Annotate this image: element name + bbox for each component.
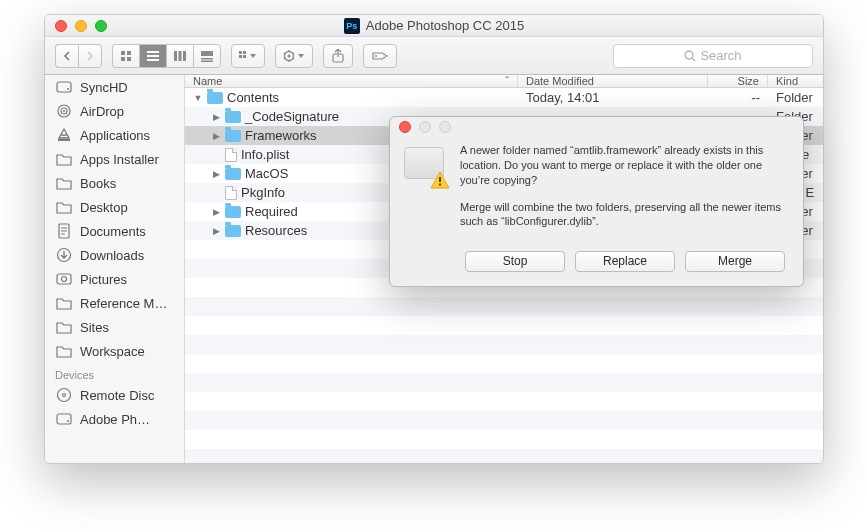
replace-button[interactable]: Replace bbox=[575, 251, 675, 272]
empty-row bbox=[185, 354, 823, 373]
column-view-button[interactable] bbox=[166, 44, 193, 68]
svg-point-35 bbox=[67, 420, 69, 422]
dialog-message: A newer folder named “amtlib.framework” … bbox=[460, 143, 785, 241]
disclosure-triangle-icon[interactable]: ▶ bbox=[211, 207, 221, 217]
sidebar-item[interactable]: Reference M… bbox=[45, 291, 184, 315]
disc-icon bbox=[55, 387, 73, 403]
sidebar-item[interactable]: Workspace bbox=[45, 339, 184, 363]
svg-point-21 bbox=[685, 51, 693, 59]
file-kind: Folder bbox=[768, 90, 823, 105]
size-column-header[interactable]: Size bbox=[708, 75, 768, 87]
file-name: Resources bbox=[245, 223, 307, 238]
disclosure-triangle-icon[interactable]: ▶ bbox=[211, 112, 221, 122]
svg-rect-12 bbox=[201, 60, 213, 62]
arrange-button[interactable] bbox=[231, 44, 265, 68]
file-date: Today, 14:01 bbox=[518, 90, 708, 105]
merge-replace-dialog: A newer folder named “amtlib.framework” … bbox=[389, 116, 804, 287]
sidebar-item[interactable]: Books bbox=[45, 171, 184, 195]
file-name: Frameworks bbox=[245, 128, 317, 143]
svg-rect-10 bbox=[201, 51, 213, 56]
action-button[interactable] bbox=[275, 44, 313, 68]
folder-icon bbox=[225, 130, 241, 142]
svg-point-31 bbox=[62, 277, 67, 282]
kind-column-header[interactable]: Kind bbox=[768, 75, 823, 87]
sidebar-section-header: Devices bbox=[45, 363, 184, 383]
empty-row bbox=[185, 411, 823, 430]
file-row[interactable]: ▼ContentsToday, 14:01--Folder bbox=[185, 88, 823, 107]
sidebar-item[interactable]: Applications bbox=[45, 123, 184, 147]
search-field[interactable]: Search bbox=[613, 44, 813, 68]
sidebar-item[interactable]: Downloads bbox=[45, 243, 184, 267]
svg-point-26 bbox=[63, 110, 65, 112]
dialog-close-button[interactable] bbox=[399, 121, 411, 133]
zoom-button[interactable] bbox=[95, 20, 107, 32]
share-button[interactable] bbox=[323, 44, 353, 68]
svg-rect-27 bbox=[58, 139, 70, 141]
svg-rect-8 bbox=[179, 51, 182, 61]
tags-button[interactable] bbox=[363, 44, 397, 68]
disclosure-triangle-icon[interactable]: ▶ bbox=[211, 169, 221, 179]
sidebar-item[interactable]: AirDrop bbox=[45, 99, 184, 123]
sidebar-item[interactable]: SyncHD bbox=[45, 75, 184, 99]
empty-row bbox=[185, 297, 823, 316]
folder-icon bbox=[207, 92, 223, 104]
folder-icon bbox=[55, 319, 73, 335]
warning-badge-icon bbox=[430, 171, 450, 189]
name-column-header[interactable]: Nameˆ bbox=[185, 75, 518, 87]
back-button[interactable] bbox=[55, 44, 78, 68]
sidebar-item-label: Reference M… bbox=[80, 296, 167, 311]
file-name: MacOS bbox=[245, 166, 288, 181]
sidebar-item-label: Remote Disc bbox=[80, 388, 154, 403]
file-name: Required bbox=[245, 204, 298, 219]
empty-row bbox=[185, 335, 823, 354]
sidebar-item-label: Adobe Ph… bbox=[80, 412, 150, 427]
column-headers: Nameˆ Date Modified Size Kind bbox=[185, 75, 823, 88]
dialog-titlebar bbox=[390, 117, 803, 137]
arrange-group bbox=[231, 44, 265, 68]
merge-button[interactable]: Merge bbox=[685, 251, 785, 272]
close-button[interactable] bbox=[55, 20, 67, 32]
svg-rect-6 bbox=[147, 59, 159, 61]
file-name: Contents bbox=[227, 90, 279, 105]
coverflow-view-button[interactable] bbox=[193, 44, 221, 68]
sidebar-item[interactable]: Pictures bbox=[45, 267, 184, 291]
stop-button[interactable]: Stop bbox=[465, 251, 565, 272]
folder-icon bbox=[55, 343, 73, 359]
sidebar-item[interactable]: Desktop bbox=[45, 195, 184, 219]
svg-rect-22 bbox=[57, 82, 71, 92]
svg-rect-4 bbox=[147, 51, 159, 53]
disclosure-triangle-icon[interactable]: ▶ bbox=[211, 226, 221, 236]
title-text: Adobe Photoshop CC 2015 bbox=[366, 18, 524, 33]
svg-rect-16 bbox=[243, 55, 246, 58]
folder-icon bbox=[225, 225, 241, 237]
sidebar-item[interactable]: Adobe Ph… bbox=[45, 407, 184, 431]
hdd-icon bbox=[55, 411, 73, 427]
svg-rect-14 bbox=[243, 51, 246, 54]
minimize-button[interactable] bbox=[75, 20, 87, 32]
list-view-button[interactable] bbox=[139, 44, 166, 68]
svg-point-18 bbox=[288, 54, 291, 57]
sidebar-item[interactable]: Sites bbox=[45, 315, 184, 339]
dialog-icon bbox=[404, 143, 448, 187]
sidebar-item[interactable]: Documents bbox=[45, 219, 184, 243]
sidebar-item[interactable]: Apps Installer bbox=[45, 147, 184, 171]
date-column-header[interactable]: Date Modified bbox=[518, 75, 708, 87]
disclosure-triangle-icon[interactable]: ▶ bbox=[211, 131, 221, 141]
disclosure-triangle-icon[interactable]: ▼ bbox=[193, 93, 203, 103]
svg-point-33 bbox=[63, 394, 66, 397]
icon-view-button[interactable] bbox=[112, 44, 139, 68]
svg-rect-7 bbox=[174, 51, 177, 61]
dialog-message-2: Merge will combine the two folders, pres… bbox=[460, 200, 785, 230]
forward-button[interactable] bbox=[78, 44, 102, 68]
sidebar-item-label: SyncHD bbox=[80, 80, 128, 95]
folder-icon bbox=[225, 111, 241, 123]
empty-row bbox=[185, 316, 823, 335]
search-icon bbox=[684, 50, 696, 62]
titlebar: Ps Adobe Photoshop CC 2015 bbox=[45, 15, 823, 37]
folder-icon bbox=[55, 199, 73, 215]
sidebar-item[interactable]: Remote Disc bbox=[45, 383, 184, 407]
sort-indicator-icon: ˆ bbox=[505, 75, 509, 87]
empty-row bbox=[185, 373, 823, 392]
svg-rect-5 bbox=[147, 55, 159, 57]
svg-point-20 bbox=[375, 55, 377, 57]
